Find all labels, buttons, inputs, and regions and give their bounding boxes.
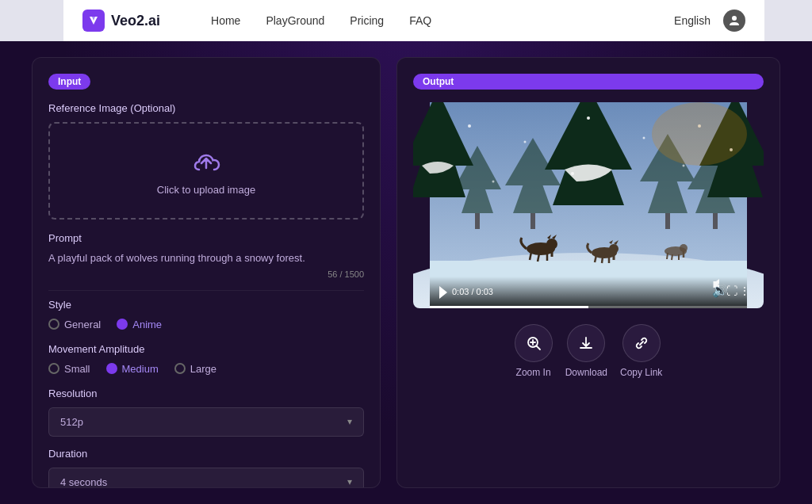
upload-icon: [190, 146, 222, 178]
style-anime-radio: [117, 319, 128, 330]
style-general[interactable]: General: [48, 319, 101, 330]
input-badge: Input: [48, 74, 90, 90]
divider-1: [48, 290, 364, 291]
char-count: 56 / 1500: [48, 269, 364, 279]
nav-home[interactable]: Home: [211, 14, 240, 27]
style-label: Style: [48, 299, 364, 311]
output-badge: Output: [413, 74, 764, 90]
svg-point-53: [652, 102, 747, 166]
nav-right: English: [674, 10, 745, 32]
svg-point-39: [680, 244, 688, 252]
svg-line-34: [602, 257, 603, 263]
download-circle: [567, 324, 605, 362]
movement-medium-label: Medium: [122, 363, 159, 375]
svg-text:⋮: ⋮: [739, 284, 750, 297]
video-scene-svg: 0:03 / 0:03 🔊 ⛶ ⋮: [413, 102, 764, 308]
input-panel: Input Reference Image (Optional) Click t…: [32, 57, 381, 488]
zoom-in-label: Zoom In: [516, 367, 551, 378]
svg-rect-10: [665, 213, 670, 229]
resolution-value: 512p: [60, 416, 83, 428]
logo-text: Veo2.ai: [111, 13, 160, 29]
main-content: Input Reference Image (Optional) Click t…: [0, 41, 812, 504]
nav-links: Home PlayGround Pricing FAQ: [211, 14, 649, 27]
movement-large-radio: [174, 363, 186, 374]
style-general-label: General: [64, 319, 101, 330]
movement-medium[interactable]: Medium: [106, 363, 159, 375]
svg-rect-13: [713, 213, 718, 229]
nav-pricing[interactable]: Pricing: [350, 14, 384, 27]
duration-label: Duration: [48, 448, 364, 460]
svg-rect-7: [530, 213, 535, 229]
resolution-arrow-icon: ▾: [347, 416, 352, 427]
user-icon[interactable]: [723, 10, 745, 32]
resolution-dropdown[interactable]: 512p ▾: [48, 407, 364, 437]
svg-point-44: [468, 124, 471, 128]
nav-faq[interactable]: FAQ: [409, 14, 431, 27]
copy-link-label: Copy Link: [620, 367, 662, 378]
svg-rect-62: [430, 306, 588, 308]
navbar-right-blur: [764, 0, 812, 41]
copy-link-circle: [622, 324, 661, 362]
svg-text:0:03 / 0:03: 0:03 / 0:03: [452, 287, 493, 296]
movement-large[interactable]: Large: [174, 363, 216, 375]
nav-playground[interactable]: PlayGround: [266, 14, 324, 27]
upload-text: Click to upload image: [157, 184, 255, 196]
logo-icon: [82, 10, 105, 32]
svg-line-64: [536, 346, 540, 350]
style-anime[interactable]: Anime: [117, 319, 162, 330]
duration-arrow-icon: ▾: [347, 476, 352, 487]
prompt-value[interactable]: A playful pack of wolves running through…: [48, 250, 364, 266]
download-label: Download: [565, 367, 607, 378]
reference-image-label: Reference Image (Optional): [48, 102, 364, 114]
svg-point-45: [524, 141, 527, 143]
navbar-left-blur: [0, 0, 63, 41]
zoom-in-button[interactable]: Zoom In: [515, 324, 553, 378]
nav-language[interactable]: English: [674, 14, 710, 27]
video-player: 0:03 / 0:03 🔊 ⛶ ⋮: [413, 102, 764, 308]
svg-point-49: [492, 181, 495, 183]
svg-point-0: [732, 16, 737, 21]
svg-rect-4: [475, 213, 480, 229]
svg-line-43: [667, 253, 668, 259]
download-button[interactable]: Download: [565, 324, 607, 378]
movement-large-label: Large: [190, 363, 216, 375]
action-buttons: Zoom In Download Copy: [413, 324, 764, 378]
resolution-label: Resolution: [48, 388, 364, 399]
navbar: Veo2.ai Home PlayGround Pricing FAQ Engl…: [0, 0, 812, 41]
style-general-radio: [48, 319, 59, 330]
svg-text:⛶: ⛶: [726, 284, 737, 297]
svg-text:🔊: 🔊: [712, 283, 728, 298]
svg-point-47: [643, 137, 645, 139]
style-anime-label: Anime: [132, 319, 162, 330]
duration-value: 4 seconds: [60, 476, 107, 488]
duration-dropdown[interactable]: 4 seconds ▾: [48, 468, 364, 489]
movement-small[interactable]: Small: [48, 363, 90, 375]
movement-label: Movement Amplitude: [48, 343, 364, 355]
svg-point-46: [587, 116, 590, 120]
output-panel: Output: [396, 57, 780, 488]
movement-small-radio: [48, 363, 59, 374]
svg-point-50: [571, 172, 574, 175]
logo: Veo2.ai: [82, 10, 160, 32]
style-options: General Anime: [48, 319, 364, 330]
movement-options: Small Medium Large: [48, 363, 364, 375]
svg-line-42: [672, 254, 672, 260]
upload-area[interactable]: Click to upload image: [48, 122, 364, 220]
prompt-label: Prompt: [48, 232, 364, 244]
movement-medium-radio: [106, 363, 117, 374]
zoom-in-circle: [515, 324, 553, 362]
svg-point-51: [683, 165, 685, 167]
copy-link-button[interactable]: Copy Link: [620, 324, 662, 378]
movement-small-label: Small: [64, 363, 90, 375]
